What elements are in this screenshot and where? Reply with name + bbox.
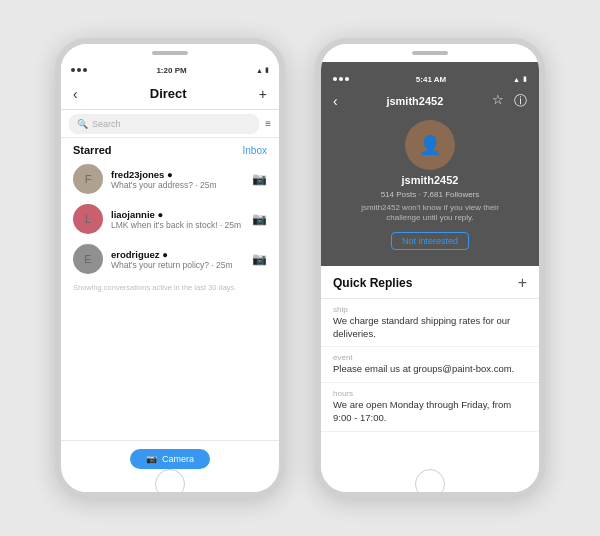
msg-text-2: erodriguez ● What's your return policy? …: [111, 249, 244, 270]
nav-title-1: Direct: [150, 86, 187, 101]
home-button-2[interactable]: [415, 469, 445, 498]
profile-name: jsmith2452: [402, 174, 459, 186]
qr-shortcut-1: event: [333, 353, 527, 362]
msg-text-0: fred23jones ● What's your address? · 25m: [111, 169, 244, 190]
search-placeholder-1: Search: [92, 119, 121, 129]
status-icons-2: ▲ ▮: [513, 75, 527, 83]
profile-subtext: jsmith2452 won't know if you view their …: [355, 203, 505, 224]
camera-icon-2[interactable]: 📷: [252, 252, 267, 266]
battery-icon-1: ▮: [265, 66, 269, 74]
camera-icon-1[interactable]: 📷: [252, 212, 267, 226]
nav-icons-dark: ☆ ⓘ: [492, 92, 527, 110]
add-button-1[interactable]: +: [259, 86, 267, 102]
signal-dots: [71, 68, 87, 72]
search-icon-1: 🔍: [77, 119, 88, 129]
signal-dots-dark: [333, 77, 349, 81]
speaker: [152, 51, 188, 55]
message-item-2[interactable]: E erodriguez ● What's your return policy…: [61, 239, 279, 279]
qr-shortcut-0: ship: [333, 305, 527, 314]
home-button-1[interactable]: [155, 469, 185, 498]
quick-reply-item-0[interactable]: ship We charge standard shipping rates f…: [321, 299, 539, 348]
nav-bar-dark: ‹ jsmith2452 ☆ ⓘ: [333, 92, 527, 110]
dot-3: [83, 68, 87, 72]
quick-replies-section: Quick Replies + ship We charge standard …: [321, 266, 539, 476]
footer-note: Showing conversations active in the last…: [61, 279, 279, 296]
camera-label: Camera: [162, 454, 194, 464]
msg-preview-1: LMK when it's back in stock! · 25m: [111, 220, 244, 230]
info-icon[interactable]: ⓘ: [514, 92, 527, 110]
starred-label: Starred: [73, 144, 112, 156]
wifi-icon-2: ▲: [513, 76, 520, 83]
phone-1-top-bar: [61, 44, 279, 62]
qr-message-2: We are open Monday through Friday, from …: [333, 399, 527, 425]
msg-username-0: fred23jones ●: [111, 169, 244, 180]
profile-avatar: 👤: [405, 120, 455, 170]
dot-1: [71, 68, 75, 72]
quick-reply-item-1[interactable]: event Please email us at groups@paint-bo…: [321, 347, 539, 383]
avatar-2: E: [73, 244, 103, 274]
back-button-1[interactable]: ‹: [73, 86, 78, 102]
profile-username-nav: jsmith2452: [386, 95, 443, 107]
quick-replies-header: Quick Replies +: [321, 266, 539, 299]
qr-shortcut-2: hours: [333, 389, 527, 398]
avatar-0: F: [73, 164, 103, 194]
quick-reply-item-2[interactable]: hours We are open Monday through Friday,…: [321, 383, 539, 432]
msg-preview-0: What's your address? · 25m: [111, 180, 244, 190]
starred-header: Starred Inbox: [61, 138, 279, 159]
status-time-1: 1:20 PM: [156, 66, 186, 75]
nav-bar-1: ‹ Direct +: [61, 78, 279, 110]
dot-d3: [345, 77, 349, 81]
status-icons-1: ▲ ▮: [256, 66, 269, 74]
phone-2-top-bar: [321, 44, 539, 62]
search-bar-1: 🔍 Search ≡: [61, 110, 279, 138]
status-time-2: 5:41 AM: [416, 75, 446, 84]
search-input-wrap[interactable]: 🔍 Search: [69, 114, 259, 134]
star-icon[interactable]: ☆: [492, 92, 504, 110]
filter-icon-1[interactable]: ≡: [265, 118, 271, 129]
msg-preview-2: What's your return policy? · 25m: [111, 260, 244, 270]
dot-d1: [333, 77, 337, 81]
back-button-2[interactable]: ‹: [333, 93, 338, 109]
inbox-link[interactable]: Inbox: [243, 145, 267, 156]
msg-text-1: liaojannie ● LMK when it's back in stock…: [111, 209, 244, 230]
home-indicator-1: [61, 476, 279, 492]
speaker-2: [412, 51, 448, 55]
qr-message-1: Please email us at groups@paint-box.com.: [333, 363, 527, 376]
home-indicator-2: [321, 476, 539, 492]
avatar-1: L: [73, 204, 103, 234]
profile-stats: 514 Posts · 7,681 Followers: [381, 190, 480, 199]
camera-button[interactable]: 📷 Camera: [130, 449, 210, 469]
phone-1: 1:20 PM ▲ ▮ ‹ Direct + 🔍 Search ≡ Starre…: [55, 38, 285, 498]
message-item-0[interactable]: F fred23jones ● What's your address? · 2…: [61, 159, 279, 199]
dark-top-section: 5:41 AM ▲ ▮ ‹ jsmith2452 ☆ ⓘ 👤 jsmith245…: [321, 62, 539, 266]
qr-message-0: We charge standard shipping rates for ou…: [333, 315, 527, 341]
message-item-1[interactable]: L liaojannie ● LMK when it's back in sto…: [61, 199, 279, 239]
msg-username-2: erodriguez ●: [111, 249, 244, 260]
quick-replies-title: Quick Replies: [333, 276, 412, 290]
not-interested-button[interactable]: Not interested: [391, 232, 469, 250]
status-bar-dark: 5:41 AM ▲ ▮: [333, 72, 527, 86]
quick-replies-add-button[interactable]: +: [518, 274, 527, 292]
camera-icon-btn: 📷: [146, 454, 157, 464]
dot-d2: [339, 77, 343, 81]
dot-2: [77, 68, 81, 72]
msg-username-1: liaojannie ●: [111, 209, 244, 220]
messages-content: Starred Inbox F fred23jones ● What's you…: [61, 138, 279, 440]
phone-2: 5:41 AM ▲ ▮ ‹ jsmith2452 ☆ ⓘ 👤 jsmith245…: [315, 38, 545, 498]
status-bar-1: 1:20 PM ▲ ▮: [61, 62, 279, 78]
profile-section: 👤 jsmith2452 514 Posts · 7,681 Followers…: [333, 120, 527, 250]
camera-icon-0[interactable]: 📷: [252, 172, 267, 186]
profile-avatar-icon: 👤: [419, 134, 441, 156]
battery-icon-2: ▮: [523, 75, 527, 83]
wifi-icon-1: ▲: [256, 67, 263, 74]
